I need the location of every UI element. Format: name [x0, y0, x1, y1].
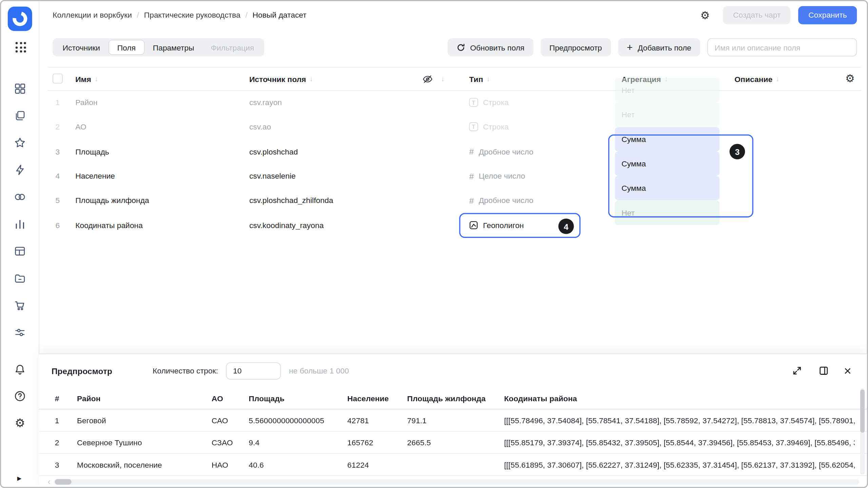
- cell-rayon: Московский, поселение: [77, 454, 162, 475]
- breadcrumb-collections[interactable]: Коллекции и воркбуки: [53, 11, 132, 19]
- table-settings-gear-icon[interactable]: ⚙: [845, 73, 855, 84]
- horizontal-scroll-thumb[interactable]: [55, 479, 72, 485]
- aggregation-select[interactable]: Нет: [615, 78, 719, 102]
- scroll-left-icon[interactable]: ‹: [47, 477, 51, 486]
- refresh-fields-button[interactable]: Обновить поля: [447, 38, 533, 57]
- preview-row: 3 Московский, поселение НАО 40.6 61224 […: [39, 454, 867, 476]
- squares-icon: [14, 82, 26, 95]
- number-type-icon: #: [469, 147, 474, 156]
- dataset-settings-gear-icon[interactable]: ⚙: [700, 10, 710, 20]
- sidebar-item-services[interactable]: [14, 326, 26, 339]
- aggregation-select[interactable]: Нет: [615, 201, 719, 225]
- preview-vertical-scrollbar[interactable]: [860, 388, 865, 475]
- field-row[interactable]: 4 Население csv.naselenie # Целое число …: [47, 164, 861, 188]
- aggregation-select[interactable]: Сумма: [615, 127, 719, 151]
- breadcrumb-guides[interactable]: Практические руководства: [144, 11, 240, 19]
- field-row[interactable]: 5 Площадь жилфонда csv.ploshchad_zhilfon…: [47, 188, 861, 212]
- settings-button[interactable]: ⚙: [14, 416, 26, 429]
- refresh-icon: [456, 43, 465, 52]
- field-row[interactable]: 1 Район csv.rayon T Строка Нет: [47, 90, 861, 115]
- row-number: 1: [53, 90, 62, 115]
- apps-grid-icon[interactable]: [16, 42, 26, 53]
- preview-expand-button[interactable]: [791, 365, 803, 377]
- field-type[interactable]: # Дробное число: [469, 139, 533, 164]
- field-name: Район: [75, 90, 97, 115]
- string-type-icon: T: [469, 123, 478, 131]
- tab-sources[interactable]: Источники: [54, 40, 108, 55]
- bar-chart-icon: [14, 218, 26, 230]
- help-button[interactable]: [14, 390, 26, 402]
- header-actions: ⚙ Создать чарт Сохранить: [700, 6, 857, 24]
- add-field-button[interactable]: + Добавить поле: [618, 38, 700, 57]
- preview-toggle-button[interactable]: Предпросмотр: [540, 38, 611, 57]
- sort-icon: ↓: [95, 75, 98, 82]
- field-source: csv.ao: [249, 115, 271, 139]
- sidebar-item-charts[interactable]: [14, 218, 26, 230]
- cell-index: 2: [55, 431, 59, 453]
- field-row[interactable]: 6 Коодинаты района csv.koodinaty_rayona …: [47, 213, 861, 237]
- field-type[interactable]: Геополигон: [469, 213, 524, 237]
- save-button[interactable]: Сохранить: [798, 6, 857, 24]
- row-number: 5: [53, 188, 62, 212]
- cell-naselenie: 165762: [347, 431, 373, 453]
- select-all-checkbox[interactable]: [53, 74, 62, 83]
- row-number: 6: [53, 213, 62, 237]
- column-header-description[interactable]: Описание ↓: [734, 67, 779, 90]
- page-header: Коллекции и воркбуки / Практические руко…: [39, 1, 868, 29]
- field-type[interactable]: # Дробное число: [469, 188, 533, 212]
- field-name: АО: [75, 115, 86, 139]
- field-type[interactable]: # Целое число: [469, 164, 525, 188]
- preview-controls: ×: [791, 364, 851, 377]
- tab-parameters[interactable]: Параметры: [144, 40, 202, 55]
- datalens-dataset-editor: ⚙ ▶ Коллекции и воркбуки / Практические …: [0, 0, 868, 488]
- sidebar-item-workbooks[interactable]: [14, 109, 26, 122]
- sidebar-item-marketplace[interactable]: [14, 299, 26, 311]
- cart-icon: [14, 299, 26, 311]
- row-count-input[interactable]: [226, 362, 281, 380]
- sidebar-item-storage[interactable]: [14, 272, 26, 284]
- create-chart-button[interactable]: Создать чарт: [723, 6, 791, 24]
- preview-panel: Предпросмотр Количество строк: не больше…: [39, 353, 867, 487]
- field-name: Площадь жилфонда: [75, 188, 149, 212]
- tab-fields[interactable]: Поля: [108, 40, 145, 55]
- preview-col-ploshchad: Площадь: [249, 387, 285, 409]
- field-source: csv.naselenie: [249, 164, 296, 188]
- cell-naselenie: 42781: [347, 409, 369, 431]
- sidebar-collapse-icon[interactable]: ▶: [17, 476, 22, 481]
- field-row[interactable]: 3 Площадь csv.ploshchad # Дробное число …: [47, 139, 861, 164]
- preview-table-header: # Район АО Площадь Население Площадь жил…: [39, 387, 867, 409]
- preview-close-icon[interactable]: ×: [844, 364, 851, 377]
- sidebar-item-connections[interactable]: [14, 164, 26, 176]
- preview-dock-button[interactable]: [817, 365, 830, 377]
- field-search-input[interactable]: [707, 38, 857, 57]
- column-header-name[interactable]: Имя ↓: [75, 67, 98, 90]
- number-type-icon: #: [469, 196, 474, 205]
- cell-zhilfond: 791.1: [407, 409, 427, 431]
- aggregation-select[interactable]: Нет: [615, 102, 719, 127]
- aggregation-select[interactable]: Сумма: [615, 176, 719, 200]
- field-name: Площадь: [75, 139, 109, 164]
- field-type[interactable]: T Строка: [469, 90, 509, 115]
- horizontal-scroll-track[interactable]: [54, 479, 859, 485]
- sidebar-item-datasets[interactable]: [14, 245, 26, 257]
- column-header-hidden[interactable]: ↓: [422, 67, 445, 90]
- cell-ploshchad: 40.6: [249, 454, 264, 475]
- tab-filtering[interactable]: Фильтрация: [202, 40, 262, 55]
- sidebar-item-collections[interactable]: [14, 82, 26, 95]
- field-type[interactable]: T Строка: [469, 115, 509, 139]
- sliders-icon: [14, 326, 26, 339]
- column-header-source[interactable]: Источник поля ↓: [249, 67, 313, 90]
- plus-icon: +: [627, 42, 633, 52]
- linked-circles-icon: [14, 191, 26, 203]
- notifications-button[interactable]: [14, 364, 26, 376]
- sidebar-item-favorites[interactable]: [14, 137, 26, 149]
- field-row[interactable]: 2 АО csv.ao T Строка Нет: [47, 115, 861, 139]
- field-source: csv.rayon: [249, 90, 282, 115]
- sidebar-item-relations[interactable]: [14, 191, 26, 203]
- aggregation-select[interactable]: Сумма: [615, 151, 719, 176]
- datalens-logo[interactable]: [8, 7, 32, 31]
- preview-col-index: #: [55, 387, 59, 409]
- column-header-type[interactable]: Тип ↓: [469, 67, 490, 90]
- cell-index: 1: [55, 409, 59, 431]
- gear-icon: ⚙: [15, 417, 25, 428]
